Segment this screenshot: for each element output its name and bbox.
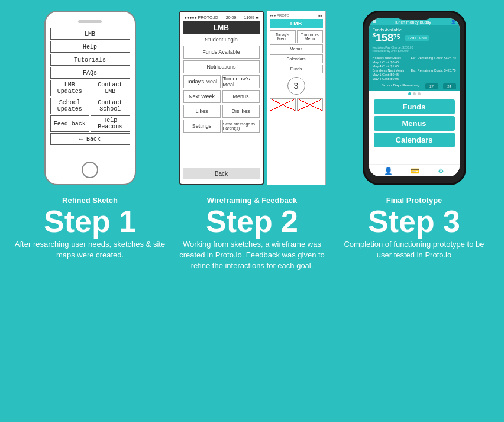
fp-brenden-label: Brenden's Next Meals [373, 69, 405, 72]
fp-app-title: lunch money buddy [395, 20, 431, 24]
fp-brenden-row2: May 4 Cost: $0.95 [373, 77, 456, 80]
fp-bottom-bar: 👤 💳 ⚙ [369, 164, 460, 176]
step2-column: ●●●●● PROTO.IO 20:09 110% ■ LMB Student … [174, 11, 330, 185]
sketch-cell-lmb: LMB [50, 28, 130, 40]
fp-b-row2-left: May 4 Cost: $0.95 [373, 77, 399, 80]
wf2-title: LMB [270, 19, 323, 28]
step2-desc: Working from sketches, a wireframe was c… [174, 239, 330, 272]
sketch-cell-faqs: FAQs [50, 67, 130, 79]
wireframe-area: ●●●●● PROTO.IO 20:09 110% ■ LMB Student … [179, 11, 326, 185]
fp-b-row1-left: May 1 Cost: $0.45 [373, 73, 399, 76]
fp-calendars-button[interactable]: Calendars [374, 133, 455, 147]
wf-row-meals: Today's Meal Tomorrow's Meal [183, 75, 260, 88]
wf2-funds: Funds [270, 65, 323, 73]
fp-funds-amount: $15875 [373, 32, 400, 44]
wf2-todays-menu: Today's Menu [270, 30, 296, 43]
fp-add-funds-button[interactable]: + Add Funds [405, 35, 429, 41]
wf2-xbox-left [270, 98, 296, 111]
fp-hallee-header: Hallee's Next Meals Est. Remaining Costs… [373, 56, 456, 60]
fp-hallee-row1: May 1 Cost: $0.45 [373, 60, 456, 64]
step1-number: Step 1 [44, 206, 136, 237]
fp-gear-icon[interactable]: ⚙ [438, 167, 444, 175]
fp-school-days-1: 27 [425, 83, 438, 89]
wf-back[interactable]: Back [183, 168, 260, 179]
wf-row-settings: Settings Send Message to Parent(s) [183, 120, 260, 133]
fp-brenden-header: Brenden's Next Meals Est. Remaining Cost… [373, 69, 456, 72]
sketch-home-button [82, 162, 98, 178]
sketch-feedback: Feed-back [50, 115, 90, 132]
sketch-contact-school: Contact School [91, 98, 130, 114]
wf-notifications[interactable]: Notifications [183, 60, 260, 73]
final-phone-wrapper: ☰ lunch money buddy 👤 Funds Available $1… [363, 11, 466, 185]
sketch-back: ← Back [50, 133, 130, 145]
wf-time: 20:09 [226, 15, 237, 20]
fp-hallee-est: Est. Remaining Costs: $425.70 [411, 56, 456, 60]
wf-todays-meal[interactable]: Today's Meal [183, 75, 221, 88]
fp-profile-icon: 👤 [451, 20, 456, 24]
wf-likes[interactable]: Likes [183, 105, 221, 118]
fp-nav-buttons: Funds Menus Calendars [369, 97, 460, 164]
fp-hallee-row2: May 4 Cost: $1.65 [373, 65, 456, 68]
arrow-right-icon: ▶ [139, 87, 154, 109]
wf-title: LMB [183, 21, 260, 34]
speaker [78, 20, 102, 23]
wf-next-week[interactable]: Next Week [183, 90, 221, 103]
step3-column: ☰ lunch money buddy 👤 Funds Available $1… [336, 11, 492, 185]
wf-menus[interactable]: Menus [222, 90, 260, 103]
wf2-battery: ■■ [318, 14, 322, 17]
wf-funds-available[interactable]: Funds Available [183, 46, 260, 59]
fp-funds-section: Funds Available $15875 + Add Funds Next … [369, 25, 460, 55]
wf2-carrier: ●●● PROTO [270, 14, 290, 17]
step2-subtitle: Wireframing & Feedback [207, 196, 297, 205]
wf2-menu-row: Today's Menu Tomorro's Menu [270, 30, 323, 43]
wf-second-panel: ●●● PROTO ■■ LMB Today's Menu Tomorro's … [267, 11, 326, 185]
wf-top-bar: ●●●●● PROTO.IO 20:09 110% ■ [183, 15, 260, 20]
fp-menus-button[interactable]: Menus [374, 116, 455, 131]
wf-tomorrows-meal[interactable]: Tomorrow's Meal [222, 75, 260, 88]
sketch-cell-help: Help [50, 41, 130, 53]
step3-desc: Completion of functioning prototype to b… [336, 239, 492, 260]
step1-desc: After resarching user needs, sketches & … [12, 239, 168, 260]
fp-person-icon[interactable]: 👤 [384, 167, 393, 175]
fp-dots [369, 91, 460, 97]
bottom-section: Refined Sketch Step 1 After resarching u… [0, 191, 504, 281]
step1-subtitle: Refined Sketch [62, 196, 118, 205]
wf-send-message[interactable]: Send Message to Parent(s) [222, 120, 260, 133]
fp-h-row2-left: May 4 Cost: $1.65 [373, 65, 399, 68]
fp-brenden-row1: May 1 Cost: $0.45 [373, 73, 456, 76]
sketch-rows: LMB Help Tutorials FAQs LMB Updates Cont… [50, 28, 130, 158]
step2-text: Wireframing & Feedback Step 2 Working fr… [174, 196, 330, 272]
wf2-tomorrows-menu: Tomorro's Menu [297, 30, 323, 43]
fp-autopay-info: Next AutoPay Charge: $200.00Next AutoPay… [373, 46, 456, 53]
fp-dot-3 [418, 92, 421, 95]
fp-funds-label: Funds Available [373, 28, 456, 32]
sketch-lmb-updates: LMB Updates [50, 80, 90, 96]
wf2-xmark-row [270, 98, 323, 111]
wf2-number: 3 [287, 77, 305, 95]
wf2-calendars: Calendars [270, 54, 323, 63]
fp-funds-button[interactable]: Funds [374, 99, 455, 114]
wf-settings[interactable]: Settings [183, 120, 221, 133]
step3-number: Step 3 [368, 206, 460, 237]
wf-row-likes: Likes Dislikes [183, 105, 260, 118]
wf2-xbox-right [297, 98, 323, 111]
fp-dot-2 [413, 92, 416, 95]
fp-dot-1 [408, 92, 411, 95]
fp-school-days-2: 24 [443, 83, 456, 89]
wf2-items: Today's Menu Tomorro's Menu Menus Calend… [270, 30, 323, 111]
fp-info-rows: Hallee's Next Meals Est. Remaining Costs… [369, 55, 460, 82]
wf-dislikes[interactable]: Dislikes [222, 105, 260, 118]
final-phone-outer: ☰ lunch money buddy 👤 Funds Available $1… [363, 11, 466, 185]
wf2-menus: Menus [270, 44, 323, 53]
sketch-school-updates: School Updates [50, 98, 90, 114]
sketch-row-school: School Updates Contact School [50, 98, 130, 114]
sketch-help-beacons: Help Beacons [91, 115, 130, 132]
fp-menu-icon: ☰ [373, 20, 376, 24]
fp-card-icon[interactable]: 💳 [411, 167, 419, 175]
fp-brenden-est: Est. Remaining Costs: $425.70 [411, 69, 456, 72]
wf-rows: Funds Available Notifications Today's Me… [183, 46, 260, 166]
step1-text: Refined Sketch Step 1 After resarching u… [12, 196, 168, 272]
sketch-cell-tutorials: Tutorials [50, 54, 130, 66]
wf-subtitle: Student Login [205, 37, 238, 43]
wf-second-topbar: ●●● PROTO ■■ [270, 14, 323, 17]
